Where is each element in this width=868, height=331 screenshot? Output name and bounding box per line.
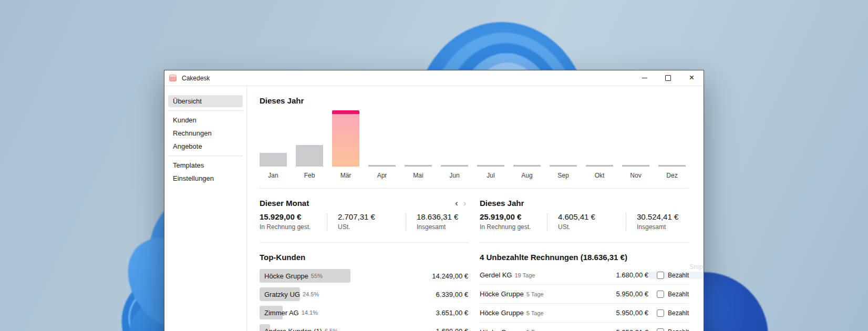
stat-total-month: 18.636,31 € Insgesamt [406, 213, 468, 231]
month-label-Mär: Mär [332, 172, 359, 179]
chart-title: Dieses Jahr [260, 97, 689, 105]
stat-caption: In Rechnung gest. [480, 223, 540, 231]
stat-caption: USt. [558, 223, 618, 231]
invoice-customer: Gerdel KG [480, 271, 512, 279]
chart-column-Jun [441, 106, 468, 167]
month-label-Aug: Aug [513, 172, 541, 179]
unpaid-invoices-title: 4 Unbezahlte Rechnungen (18.636,31 €) [480, 253, 689, 262]
paid-checkbox[interactable] [657, 291, 664, 298]
close-button[interactable]: × [680, 71, 704, 86]
chart-column-Mai [405, 106, 432, 167]
snip-overlay-artifact: Snip [689, 263, 703, 271]
top-customer-row[interactable]: Höcke Gruppe 55% 14.249,00 € [260, 269, 468, 283]
stat-value: 15.929,00 € [260, 213, 319, 221]
top-customer-row[interactable]: Zimmer AG 14.1% 3.651,00 € [260, 306, 468, 319]
month-label-Okt: Okt [586, 172, 613, 179]
sidebar-item-kunden[interactable]: Kunden [168, 114, 243, 126]
unpaid-invoice-row[interactable]: Höcke Gruppe 5 Tage 5.950,00 € Bezahlt [480, 304, 689, 323]
month-label-Jul: Jul [477, 172, 504, 179]
stat-caption: USt. [338, 223, 398, 231]
stat-value: 18.636,31 € [417, 213, 461, 221]
month-label-Jun: Jun [441, 172, 468, 179]
invoice-amount: 5.950,00 € [616, 290, 648, 298]
chart-column-Mär [332, 106, 359, 167]
sidebar-item-uebersicht[interactable]: Übersicht [168, 95, 243, 107]
paid-label: Bezahlt [668, 328, 689, 331]
stats-year-title: Dieses Jahr [480, 199, 524, 208]
unpaid-invoice-row[interactable]: Gerdel KG 19 Tage 1.680,00 € Bezahlt [480, 266, 689, 285]
chart-column-Okt [586, 106, 613, 167]
stats-year-group: Dieses Jahr 25.919,00 € In Rechnung gest… [480, 199, 689, 243]
customer-amount: 1.680,00 € [436, 327, 468, 331]
month-bar-Mai [405, 165, 432, 167]
chart-column-Nov [622, 106, 649, 167]
customer-share: 6.5% [325, 328, 338, 331]
paid-toggle: Bezahlt [648, 272, 704, 279]
month-label-Mai: Mai [405, 172, 432, 179]
stat-vat-month: 2.707,31 € USt. [327, 213, 406, 231]
top-customer-row[interactable]: Andere Kunden (1) 6.5% 1.680,00 € [260, 324, 468, 331]
stats-month-group: Dieser Monat ‹ › 15.929,00 € In Rechnung… [260, 199, 468, 243]
paid-checkbox[interactable] [657, 309, 664, 317]
unpaid-invoice-row[interactable]: Höcke Gruppe 5 Tage 5.056,31 € Bezahlt [480, 323, 689, 331]
month-bar-Okt [586, 165, 613, 167]
invoice-age: 5 Tage [526, 291, 544, 297]
invoice-age: 19 Tage [514, 272, 535, 278]
stat-value: 25.919,00 € [480, 213, 540, 221]
maximize-button[interactable] [656, 71, 680, 86]
sidebar-item-rechnungen[interactable]: Rechnungen [168, 127, 243, 139]
sidebar-divider [168, 110, 243, 111]
lists-section: Top-Kunden Höcke Gruppe 55% 14.249,00 € … [260, 253, 689, 331]
next-period-button[interactable]: › [463, 200, 466, 207]
stats-section: Dieser Monat ‹ › 15.929,00 € In Rechnung… [260, 189, 689, 243]
unpaid-invoices-panel: 4 Unbezahlte Rechnungen (18.636,31 €) Ge… [480, 253, 689, 331]
sidebar-item-einstellungen[interactable]: Einstellungen [168, 172, 243, 184]
paid-checkbox[interactable] [657, 328, 664, 331]
month-label-Nov: Nov [622, 172, 649, 179]
prev-period-button[interactable]: ‹ [455, 200, 458, 207]
month-bar-Dez [658, 165, 686, 167]
customer-name: Gratzky UG [264, 291, 300, 298]
paid-label: Bezahlt [668, 309, 689, 317]
minimize-button[interactable] [633, 71, 656, 86]
customer-name: Zimmer AG [264, 309, 299, 317]
customer-name: Höcke Gruppe [264, 272, 308, 280]
stat-caption: Insgesamt [637, 223, 681, 231]
customer-name: Andere Kunden (1) [264, 327, 322, 331]
top-customers-panel: Top-Kunden Höcke Gruppe 55% 14.249,00 € … [260, 253, 468, 331]
month-label-Apr: Apr [368, 172, 396, 179]
month-label-Jan: Jan [260, 172, 287, 179]
stat-value: 2.707,31 € [338, 213, 398, 221]
cakedesk-window: Cakedesk × Übersicht Kunden Rechnungen A… [164, 70, 704, 331]
customer-amount: 14.249,00 € [432, 272, 468, 280]
maximize-icon [665, 75, 671, 81]
stat-total-year: 30.524,41 € Insgesamt [626, 213, 689, 231]
customer-share: 24.5% [303, 291, 319, 297]
paid-checkbox[interactable] [657, 272, 664, 279]
sidebar-item-angebote[interactable]: Angebote [168, 140, 243, 152]
customer-amount: 3.651,00 € [436, 309, 468, 317]
stat-value: 4.605,41 € [558, 213, 618, 221]
month-bar-Aug [513, 165, 541, 167]
top-customer-row[interactable]: Gratzky UG 24.5% 6.339,00 € [260, 287, 468, 301]
stat-value: 30.524,41 € [637, 213, 681, 221]
unpaid-invoice-row[interactable]: Höcke Gruppe 5 Tage 5.950,00 € Bezahlt [480, 285, 689, 304]
top-customers-title: Top-Kunden [260, 253, 468, 262]
stat-invoiced-month: 15.929,00 € In Rechnung gest. [260, 213, 327, 231]
customer-share: 14.1% [302, 309, 318, 316]
titlebar[interactable]: Cakedesk × [164, 70, 704, 86]
invoice-amount: 5.950,00 € [616, 309, 648, 317]
month-label-Sep: Sep [550, 172, 577, 179]
invoice-amount: 1.680,00 € [616, 271, 648, 279]
stat-caption: Insgesamt [417, 223, 461, 231]
month-label-Dez: Dez [658, 172, 686, 179]
invoice-age: 5 Tage [526, 310, 544, 316]
sidebar-item-templates[interactable]: Templates [168, 159, 243, 171]
chart-column-Apr [368, 106, 396, 167]
cake-app-icon [169, 75, 177, 81]
chart-column-Aug [513, 106, 541, 167]
close-icon: × [689, 73, 695, 82]
stat-caption: In Rechnung gest. [260, 223, 319, 231]
chart-column-Jan [260, 106, 287, 167]
paid-label: Bezahlt [668, 291, 689, 298]
